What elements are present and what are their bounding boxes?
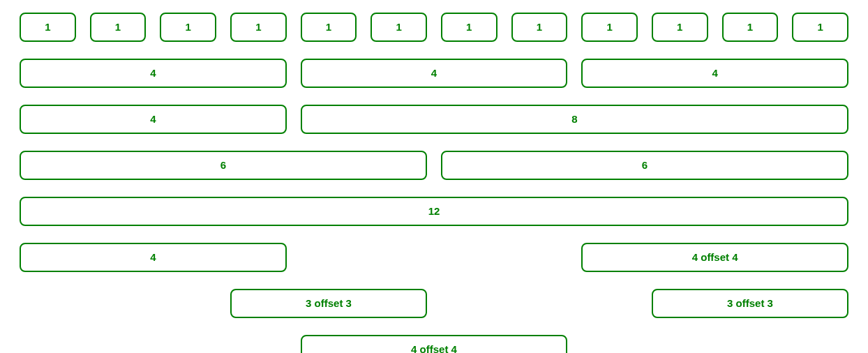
grid-row: 4 8 <box>13 105 855 134</box>
grid-cell: 3 offset 3 <box>230 289 427 318</box>
grid-cell: 4 <box>20 243 287 272</box>
grid-cell: 1 <box>371 13 427 42</box>
grid-cell: 1 <box>722 13 779 42</box>
grid-row: 3 offset 3 3 offset 3 <box>13 289 855 318</box>
grid-cell: 12 <box>20 197 848 226</box>
grid-cell: 1 <box>90 13 147 42</box>
grid-cell: 6 <box>20 151 427 180</box>
grid-cell: 1 <box>441 13 497 42</box>
grid-cell: 1 <box>652 13 708 42</box>
grid-cell: 4 offset 4 <box>581 243 848 272</box>
grid-cell: 1 <box>160 13 216 42</box>
grid-cell: 4 <box>20 105 287 134</box>
grid-cell: 4 <box>20 59 287 88</box>
grid-cell: 1 <box>301 13 357 42</box>
grid-row: 4 4 offset 4 <box>13 243 855 272</box>
grid-cell: 3 offset 3 <box>652 289 848 318</box>
grid-cell: 1 <box>230 13 287 42</box>
grid-cell: 4 <box>301 59 568 88</box>
grid-cell: 1 <box>20 13 76 42</box>
grid-row: 6 6 <box>13 151 855 180</box>
grid-cell: 4 <box>581 59 848 88</box>
grid-cell: 4 offset 4 <box>301 335 568 353</box>
grid-row: 4 offset 4 <box>13 335 855 353</box>
grid-cell: 1 <box>581 13 638 42</box>
grid-row: 12 <box>13 197 855 226</box>
grid-cell: 8 <box>301 105 848 134</box>
grid-demo-container: 1 1 1 1 1 1 1 1 1 1 1 1 4 4 4 4 8 6 6 12… <box>13 13 855 353</box>
grid-cell: 1 <box>511 13 568 42</box>
grid-cell: 1 <box>792 13 848 42</box>
grid-cell: 6 <box>441 151 848 180</box>
grid-row: 1 1 1 1 1 1 1 1 1 1 1 1 <box>13 13 855 42</box>
grid-row: 4 4 4 <box>13 59 855 88</box>
